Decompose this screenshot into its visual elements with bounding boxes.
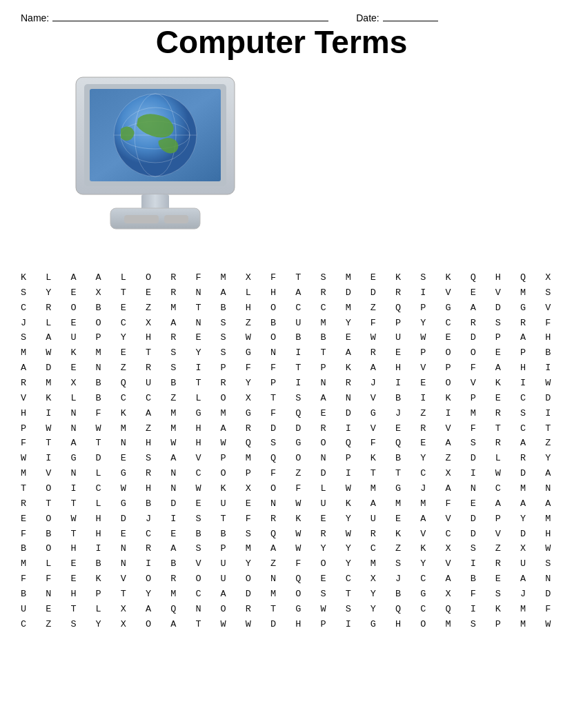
puzzle-row: V K L B C C Z L O X T S A N V B I K P E … <box>21 391 563 406</box>
name-label: Name: <box>21 12 49 23</box>
puzzle-area: K L A A L O R F M X F T S M E K S K Q H … <box>21 270 563 632</box>
puzzle-row: T O I C W H N W K X O F L W M G J A N C … <box>21 481 563 496</box>
main-content: K L A A L O R F M X F T S M E K S K Q H … <box>21 70 542 632</box>
puzzle-row: B O H I N R A S P M A W Y Y C Z K X S Z … <box>21 541 563 556</box>
puzzle-row: C R O B E Z M T B H O C C M Z Q P G A D … <box>21 301 563 316</box>
date-field: Date: <box>356 12 437 23</box>
puzzle-row: B N H P T Y M C A D M O S T Y B G X F S … <box>21 587 563 602</box>
puzzle-grid: K L A A L O R F M X F T S M E K S K Q H … <box>21 270 563 632</box>
puzzle-row: P W N W M Z M H A R D D R I V E R V F T … <box>21 421 563 436</box>
puzzle-row: A D E N Z R S I P F F T P K A H V P F A … <box>21 361 563 376</box>
puzzle-row: J L E O C X A N S Z B U M Y F P Y C R S … <box>21 316 563 331</box>
puzzle-row: C Z S Y X O A T W W D H P I G H O M S P … <box>21 617 563 632</box>
name-field: Name: <box>21 12 328 23</box>
puzzle-row: M V N L G R N C O P F Z D I T T C X I W … <box>21 466 563 481</box>
puzzle-row: R M X B Q U B T R Y P I N R J I E O V K … <box>21 376 563 391</box>
puzzle-row: M L E B N I B V U Y Z F O Y M S Y V I R … <box>21 556 563 572</box>
puzzle-row: S A U P Y H R E S W O B B E W U W E D P … <box>21 330 563 345</box>
svg-rect-12 <box>164 215 188 223</box>
name-underline[interactable] <box>52 21 328 21</box>
computer-illustration <box>55 70 262 259</box>
name-date-line: Name: Date: <box>21 12 542 23</box>
puzzle-row: K L A A L O R F M X F T S M E K S K Q H … <box>21 270 563 285</box>
left-section: K L A A L O R F M X F T S M E K S K Q H … <box>21 70 563 632</box>
puzzle-row: S Y E X T E R N A L H A R D D R I V E V … <box>21 285 563 301</box>
puzzle-row: E O W H D J I S T F R K E Y U E A V D P … <box>21 512 563 527</box>
puzzle-row: H I N F K A M G M G F Q E D G J Z I M R … <box>21 406 563 421</box>
date-label: Date: <box>356 12 379 23</box>
puzzle-row: F F E K V O R O U O N Q E C X J C A B E … <box>21 572 563 587</box>
svg-rect-11 <box>124 215 159 223</box>
puzzle-row: W I G D E S A V P M Q O N P K B Y Z D L … <box>21 451 563 466</box>
page-title: Computer Terms <box>21 23 542 61</box>
puzzle-row: F B T H E C E B B S Q W R W R K V C D V … <box>21 527 563 542</box>
puzzle-row: F T A T N H W H W Q S G O Q F Q E A S R … <box>21 436 563 451</box>
puzzle-row: R T T L G B D E U E N W U K A M M F E A … <box>21 496 563 512</box>
date-underline[interactable] <box>383 21 438 21</box>
puzzle-row: M W K M E T S Y S G N I T A R E P O O E … <box>21 345 563 361</box>
puzzle-row: U E T L X A Q N O R T G W S Y Q C Q I K … <box>21 602 563 617</box>
